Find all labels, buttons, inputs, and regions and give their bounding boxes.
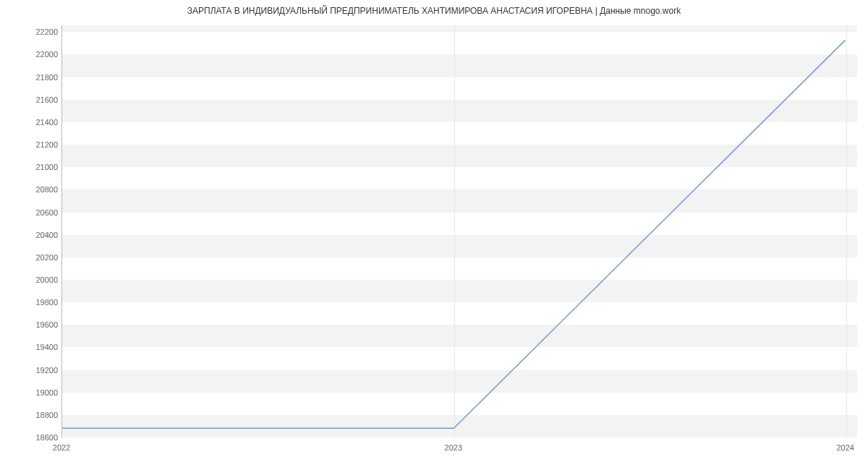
y-tick-label: 19800 bbox=[29, 298, 58, 307]
y-tick-label: 20400 bbox=[29, 231, 58, 239]
y-tick-label: 18800 bbox=[29, 411, 58, 419]
y-tick-label: 21600 bbox=[29, 95, 58, 104]
y-tick-label: 20200 bbox=[29, 253, 58, 262]
series-line bbox=[62, 40, 846, 428]
y-tick-label: 19200 bbox=[29, 366, 58, 375]
x-tick-label: 2024 bbox=[836, 443, 854, 452]
y-tick-label: 19000 bbox=[29, 388, 58, 397]
y-tick-label: 19400 bbox=[29, 343, 58, 351]
y-tick-label: 22200 bbox=[29, 27, 58, 36]
y-tick-label: 21000 bbox=[29, 163, 58, 171]
line-series bbox=[62, 25, 857, 437]
y-tick-label: 20600 bbox=[29, 208, 58, 217]
y-tick-label: 22000 bbox=[29, 50, 58, 59]
y-tick-label: 19600 bbox=[29, 320, 58, 329]
chart-title: ЗАРПЛАТА В ИНДИВИДУАЛЬНЫЙ ПРЕДПРИНИМАТЕЛ… bbox=[0, 6, 868, 16]
x-tick-label: 2023 bbox=[445, 443, 462, 452]
y-tick-label: 20800 bbox=[29, 185, 58, 194]
y-tick-label: 20000 bbox=[29, 275, 58, 284]
y-tick-label: 21200 bbox=[29, 140, 58, 149]
x-tick-label: 2022 bbox=[53, 443, 70, 452]
y-tick-label: 18600 bbox=[29, 433, 58, 442]
plot-area bbox=[61, 25, 857, 437]
y-tick-label: 21800 bbox=[29, 73, 58, 82]
y-tick-label: 21400 bbox=[29, 118, 58, 127]
